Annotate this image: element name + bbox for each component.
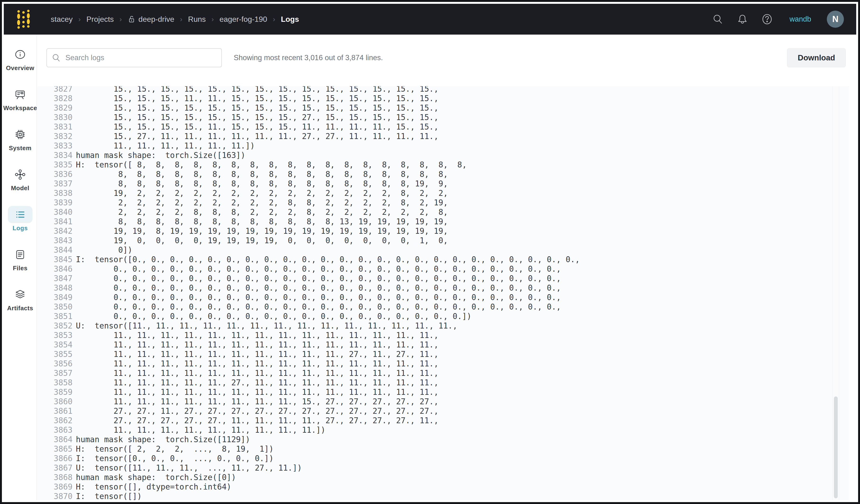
search-icon[interactable] <box>712 14 723 25</box>
log-count-status: Showing most recent 3,016 out of 3,874 l… <box>234 54 383 62</box>
log-line-text: I: tensor([0., 0., 0., 0., 0., 0., 0., 0… <box>76 255 580 264</box>
log-line-text: 11., 11., 11., 11., 11., 11., 11., 11., … <box>76 387 439 397</box>
log-line-text: 11., 11., 11., 11., 11., 11., 11., 11., … <box>76 397 439 406</box>
log-line-text: 8, 8, 8, 8, 8, 8, 8, 8, 8, 8, 8, 8, 13, … <box>76 217 448 226</box>
help-icon[interactable] <box>762 14 773 25</box>
log-line-text: U: tensor([11., 11., 11., ..., 11., 27.,… <box>76 463 302 473</box>
log-line-number: 3864 <box>53 435 73 444</box>
sidebar-item-label: Overview <box>6 64 34 72</box>
log-line-text: 15., 15., 15., 15., 11., 15., 15., 15., … <box>76 122 439 132</box>
sidebar-item-artifacts[interactable]: Artifacts <box>7 286 33 312</box>
log-line-number: 3854 <box>53 340 73 350</box>
file-icon <box>8 246 32 263</box>
log-scrollbar[interactable] <box>832 86 839 500</box>
sidebar-item-model[interactable]: Model <box>8 166 32 192</box>
log-line: 3847 0., 0., 0., 0., 0., 0., 0., 0., 0.,… <box>53 274 849 283</box>
log-line: 3829 15., 15., 15., 15., 15., 15., 15., … <box>53 103 849 113</box>
log-line-text: 11., 11., 11., 11., 11., 11., 11., 11., … <box>76 331 439 340</box>
log-line: 3860 11., 11., 11., 11., 11., 11., 11., … <box>53 397 849 406</box>
log-line: 3848 0., 0., 0., 0., 0., 0., 0., 0., 0.,… <box>53 283 849 293</box>
username-link[interactable]: wandb <box>790 15 811 24</box>
log-line-number: 3851 <box>53 312 73 321</box>
log-line-text: H: tensor([], dtype=torch.int64) <box>76 482 231 492</box>
sidebar-item-label: Artifacts <box>7 305 33 312</box>
lock-open-icon <box>128 15 135 23</box>
log-line: 3850 0., 0., 0., 0., 0., 0., 0., 0., 0.,… <box>53 302 849 312</box>
log-line-number: 3845 <box>53 255 73 264</box>
log-scrollbar-thumb[interactable] <box>834 397 838 498</box>
search-input[interactable] <box>65 53 217 62</box>
log-line-number: 3848 <box>53 283 73 293</box>
log-viewer[interactable]: 3827 15., 15., 15., 15., 15., 15., 15., … <box>38 86 849 500</box>
breadcrumb-item-logs[interactable]: Logs <box>281 15 299 24</box>
info-circle-icon <box>8 46 32 63</box>
log-line-text: 27., 27., 11., 27., 27., 27., 27., 27., … <box>76 406 439 416</box>
breadcrumb-label: Projects <box>86 15 114 24</box>
log-line: 3866I: tensor([0., 0., 0., ..., 0., 0., … <box>53 454 849 463</box>
breadcrumb-item-deep-drive[interactable]: deep-drive <box>128 15 174 24</box>
log-line: 3855 11., 11., 11., 11., 11., 11., 11., … <box>53 350 849 359</box>
log-line-number: 3828 <box>53 94 73 103</box>
log-line-number: 3869 <box>53 482 73 492</box>
bell-icon[interactable] <box>737 14 748 25</box>
breadcrumb-item-stacey[interactable]: stacey <box>51 15 73 24</box>
log-line: 3851 0., 0., 0., 0., 0., 0., 0., 0., 0.,… <box>53 312 849 321</box>
log-line-number: 3861 <box>53 406 73 416</box>
breadcrumb-label: stacey <box>51 15 73 24</box>
log-line: 3858 11., 11., 11., 11., 11., 27., 11., … <box>53 378 849 387</box>
log-line-number: 3856 <box>53 359 73 369</box>
breadcrumb-item-projects[interactable]: Projects <box>86 15 114 24</box>
avatar[interactable]: N <box>827 11 844 28</box>
sidebar-item-system[interactable]: System <box>8 126 32 152</box>
log-line-text: U: tensor([11., 11., 11., 11., 11., 11.,… <box>76 321 457 331</box>
log-line: 3867U: tensor([11., 11., 11., ..., 11., … <box>53 463 849 473</box>
breadcrumb-separator: › <box>78 15 81 23</box>
log-line-number: 3859 <box>53 387 73 397</box>
log-line-number: 3832 <box>53 132 73 141</box>
sidebar-item-files[interactable]: Files <box>8 246 32 272</box>
log-line-text: 0., 0., 0., 0., 0., 0., 0., 0., 0., 0., … <box>76 264 561 274</box>
log-line: 3833 11., 11., 11., 11., 11., 11.]) <box>53 141 849 151</box>
log-line: 3862 27., 27., 27., 27., 27., 11., 11., … <box>53 416 849 425</box>
log-line-number: 3866 <box>53 454 73 463</box>
log-line: 3827 15., 15., 15., 15., 15., 15., 15., … <box>53 86 849 94</box>
log-line-number: 3834 <box>53 151 73 160</box>
log-line-number: 3857 <box>53 369 73 378</box>
sidebar-item-workspace[interactable]: Workspace <box>3 86 37 112</box>
breadcrumb-item-runs[interactable]: Runs <box>188 15 206 24</box>
sidebar-item-logs[interactable]: Logs <box>8 206 32 232</box>
log-line-text: 11., 11., 11., 11., 11., 11., 11., 11., … <box>76 340 439 350</box>
log-search-box <box>46 48 222 67</box>
log-line: 3849 0., 0., 0., 0., 0., 0., 0., 0., 0.,… <box>53 293 849 302</box>
log-line-text: 15., 27., 11., 11., 11., 11., 11., 11., … <box>76 132 439 141</box>
sidebar-item-label: Logs <box>13 224 28 232</box>
log-line-text: 0., 0., 0., 0., 0., 0., 0., 0., 0., 0., … <box>76 293 561 302</box>
log-line: 3839 2, 2, 2, 2, 2, 2, 2, 2, 2, 8, 8, 2,… <box>53 198 849 207</box>
log-line: 3828 15., 15., 15., 11., 11., 15., 15., … <box>53 94 849 103</box>
log-line-text: 19, 2, 2, 2, 2, 2, 2, 2, 2, 2, 2, 2, 2, … <box>76 189 448 198</box>
log-line-number: 3841 <box>53 217 73 226</box>
breadcrumb-item-eager-fog-190[interactable]: eager-fog-190 <box>219 15 267 24</box>
log-line-number: 3852 <box>53 321 73 331</box>
log-line-number: 3833 <box>53 141 73 151</box>
log-line-number: 3840 <box>53 207 73 217</box>
log-line-text: I: tensor([0., 0., 0., ..., 0., 0., 0.]) <box>76 454 274 463</box>
breadcrumb-label: eager-fog-190 <box>219 15 267 24</box>
log-line-number: 3847 <box>53 274 73 283</box>
wandb-logo-icon[interactable] <box>17 9 30 29</box>
log-line-number: 3842 <box>53 226 73 236</box>
run-sidebar: OverviewWorkspaceSystemModelLogsFilesArt… <box>4 34 37 500</box>
log-line: 3832 15., 27., 11., 11., 11., 11., 11., … <box>53 132 849 141</box>
log-line-number: 3855 <box>53 350 73 359</box>
sidebar-item-overview[interactable]: Overview <box>6 46 34 72</box>
log-line: 3830 15., 15., 15., 15., 15., 15., 15., … <box>53 113 849 122</box>
log-line: 3843 19, 0, 0, 0, 0, 19, 19, 19, 19, 0, … <box>53 236 849 246</box>
log-line: 3836 8, 8, 8, 8, 8, 8, 8, 8, 8, 8, 8, 8,… <box>53 169 849 179</box>
log-line-number: 3850 <box>53 302 73 312</box>
model-graph-icon <box>8 166 32 183</box>
log-line: 3835H: tensor([ 8, 8, 8, 8, 8, 8, 8, 8, … <box>53 160 849 169</box>
download-button[interactable]: Download <box>787 48 846 67</box>
breadcrumb-label: Runs <box>188 15 206 24</box>
search-icon <box>52 53 61 62</box>
log-line-text: 0., 0., 0., 0., 0., 0., 0., 0., 0., 0., … <box>76 312 472 321</box>
